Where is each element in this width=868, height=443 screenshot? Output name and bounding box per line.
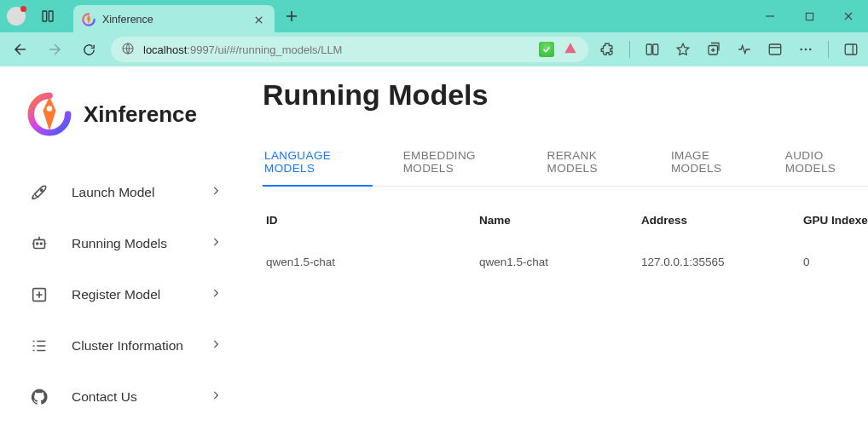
browser-toolbar: localhost:9997/ui/#/running_models/LLM bbox=[0, 32, 868, 66]
new-tab-button[interactable] bbox=[280, 4, 304, 28]
col-gpu: GPU Indexes bbox=[803, 214, 868, 227]
window-close-button[interactable] bbox=[829, 0, 868, 32]
sidebar-item-contact-us[interactable]: Contact Us bbox=[19, 371, 227, 423]
toolbar-separator bbox=[828, 41, 829, 58]
svg-point-9 bbox=[805, 49, 807, 51]
app-root: Xinference Launch Model Running Models bbox=[0, 66, 868, 443]
collections-icon[interactable] bbox=[705, 41, 722, 58]
col-address: Address bbox=[641, 214, 803, 227]
split-screen-icon[interactable] bbox=[644, 41, 661, 58]
brand-logo-icon bbox=[27, 92, 72, 136]
svg-rect-1 bbox=[49, 11, 53, 21]
tab-title: Xinference bbox=[102, 14, 251, 26]
extensions-icon[interactable] bbox=[599, 41, 616, 58]
extension-badge-icon[interactable] bbox=[563, 42, 578, 58]
back-button[interactable] bbox=[9, 37, 32, 61]
chevron-right-icon bbox=[210, 236, 222, 251]
svg-rect-0 bbox=[43, 11, 47, 21]
url-text: localhost:9997/ui/#/running_models/LLM bbox=[143, 43, 530, 56]
more-icon[interactable] bbox=[797, 41, 814, 58]
tab-language-models[interactable]: LANGUAGE MODELS bbox=[263, 142, 373, 187]
favorites-icon[interactable] bbox=[674, 41, 692, 58]
running-models-table: ID Name Address GPU Indexes qwen1.5-chat… bbox=[263, 205, 868, 277]
tab-image-models[interactable]: IMAGE MODELS bbox=[669, 142, 755, 186]
tab-rerank-models[interactable]: RERANK MODELS bbox=[546, 142, 640, 186]
chevron-right-icon bbox=[210, 389, 222, 405]
window-controls bbox=[750, 0, 868, 32]
profile-button[interactable] bbox=[7, 7, 26, 26]
brand: Xinference bbox=[27, 92, 227, 136]
sidebar-item-label: Running Models bbox=[72, 236, 193, 251]
sidebar: Xinference Launch Model Running Models bbox=[0, 66, 239, 443]
brand-name: Xinference bbox=[84, 101, 197, 128]
svg-point-10 bbox=[809, 49, 812, 51]
browser-titlebar: Xinference bbox=[0, 0, 868, 32]
window-minimize-button[interactable] bbox=[750, 0, 790, 32]
svg-point-12 bbox=[47, 106, 53, 112]
model-type-tabs: LANGUAGE MODELS EMBEDDING MODELS RERANK … bbox=[263, 142, 868, 187]
add-box-icon bbox=[24, 285, 55, 304]
tab-audio-models[interactable]: AUDIO MODELS bbox=[784, 142, 868, 186]
sidebar-item-register-model[interactable]: Register Model bbox=[19, 269, 227, 320]
page-title: Running Models bbox=[263, 78, 868, 112]
toolbar-separator bbox=[629, 41, 630, 58]
svg-rect-5 bbox=[653, 44, 658, 55]
browser-tab[interactable]: Xinference bbox=[73, 5, 275, 34]
sidebar-item-cluster-information[interactable]: Cluster Information bbox=[19, 320, 227, 371]
svg-rect-11 bbox=[845, 44, 857, 55]
svg-rect-4 bbox=[646, 44, 651, 55]
url-path: /ui/#/running_models/LLM bbox=[215, 43, 343, 56]
chevron-right-icon bbox=[210, 185, 222, 200]
chevron-right-icon bbox=[210, 338, 222, 354]
sidebar-item-launch-model[interactable]: Launch Model bbox=[19, 167, 227, 218]
table-header-row: ID Name Address GPU Indexes bbox=[263, 205, 868, 235]
workspaces-button[interactable] bbox=[38, 6, 58, 26]
sidebar-item-label: Contact Us bbox=[72, 389, 193, 405]
window-maximize-button[interactable] bbox=[790, 0, 829, 32]
toolbar-right-icons bbox=[599, 41, 859, 58]
list-icon bbox=[24, 337, 55, 355]
sidebar-item-label: Launch Model bbox=[72, 185, 193, 200]
tab-embedding-models[interactable]: EMBEDDING MODELS bbox=[402, 142, 517, 186]
url-port: :9997 bbox=[187, 43, 215, 56]
svg-point-8 bbox=[800, 49, 802, 51]
svg-point-15 bbox=[37, 243, 38, 245]
robot-icon bbox=[24, 234, 55, 253]
table-row[interactable]: qwen1.5-chat qwen1.5-chat 127.0.0.1:3556… bbox=[263, 247, 868, 277]
cell-gpu: 0 bbox=[803, 256, 868, 268]
url-host: localhost bbox=[143, 43, 187, 56]
tab-favicon bbox=[82, 13, 95, 26]
col-id: ID bbox=[266, 214, 479, 227]
cell-name: qwen1.5-chat bbox=[479, 256, 641, 268]
main-content: Running Models LANGUAGE MODELS EMBEDDING… bbox=[239, 66, 868, 443]
svg-point-13 bbox=[41, 189, 43, 191]
github-icon bbox=[24, 388, 55, 406]
sidebar-nav: Launch Model Running Models Register Mod… bbox=[19, 167, 227, 423]
svg-point-16 bbox=[40, 243, 42, 245]
cell-address: 127.0.0.1:35565 bbox=[641, 256, 803, 268]
chevron-right-icon bbox=[210, 287, 222, 302]
sidebar-toggle-icon[interactable] bbox=[842, 41, 859, 58]
sidebar-item-label: Register Model bbox=[72, 287, 193, 302]
col-name: Name bbox=[479, 214, 641, 227]
svg-rect-7 bbox=[769, 44, 781, 55]
downloads-icon[interactable] bbox=[767, 41, 784, 58]
security-badge-icon[interactable] bbox=[539, 42, 554, 57]
refresh-button[interactable] bbox=[77, 37, 101, 61]
svg-rect-14 bbox=[34, 239, 45, 248]
tab-close-button[interactable] bbox=[251, 12, 266, 27]
sidebar-item-running-models[interactable]: Running Models bbox=[19, 218, 227, 269]
site-info-icon[interactable] bbox=[121, 42, 135, 58]
svg-rect-2 bbox=[806, 13, 813, 20]
rocket-icon bbox=[24, 183, 55, 202]
forward-button[interactable] bbox=[43, 37, 67, 61]
cell-id: qwen1.5-chat bbox=[266, 256, 479, 268]
sidebar-item-label: Cluster Information bbox=[72, 338, 193, 354]
performance-icon[interactable] bbox=[736, 41, 753, 58]
address-bar[interactable]: localhost:9997/ui/#/running_models/LLM bbox=[111, 37, 588, 62]
